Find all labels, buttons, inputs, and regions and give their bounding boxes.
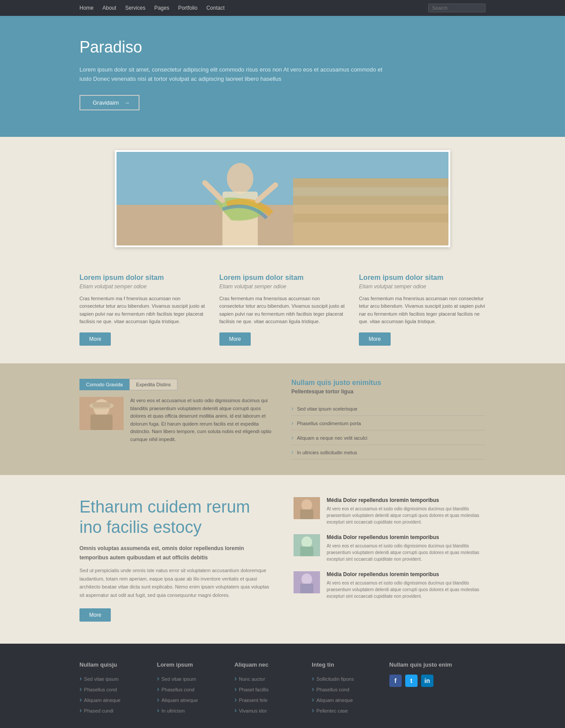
search-input[interactable]: [428, 4, 486, 12]
footer-col4-title: Integ tin: [312, 661, 376, 668]
footer-col2-link-1[interactable]: Sed vitae ipsum: [162, 676, 196, 682]
nav-services[interactable]: Services: [125, 5, 145, 11]
tab-text-content: At vero eos et accusamus et iusto odio d…: [130, 397, 274, 444]
tab-button-1[interactable]: Comodo Gravida: [79, 379, 129, 390]
media-title-1: Média Dolor repellendus loremin temporib…: [327, 497, 486, 503]
list-item-1: Sed vitae ipsum scelerisque: [291, 401, 486, 416]
col2-subtitle: Etiam volutpat semper odioe: [219, 283, 346, 290]
media-desc-1: At vero eos et accusamus et iusto odio d…: [327, 505, 486, 525]
footer-col4-link-1[interactable]: Sollicitudin fipons: [316, 676, 354, 682]
hero-section: Paradiso Lorem ipsum dolor sit amet, con…: [0, 16, 565, 137]
col-item-1: Lorem ipsum dolor sitam Etiam volutpat s…: [79, 274, 206, 346]
hero-button-label: Gravidaim: [93, 99, 119, 106]
list-item-2: Phasellus condimentum porta: [291, 416, 486, 430]
footer-col1-link-4[interactable]: Phased cundi: [84, 708, 113, 713]
footer-col2-link-3[interactable]: Aliquam atneque: [162, 698, 198, 703]
media-text-3: Média Dolor repellendus loremin temporib…: [327, 571, 486, 600]
col3-title: Lorem ipsum dolor sitam: [359, 274, 486, 282]
footer-col3-title: Aliquam nec: [234, 661, 298, 668]
hero-title: Paradiso: [79, 38, 486, 57]
hero-image-section: [0, 137, 565, 256]
footer-col4-link-2[interactable]: Phasellus cond: [316, 687, 350, 692]
footer-col1-list: Sed vitae ipsum Phasellus cond Aliquam a…: [79, 675, 143, 714]
svg-rect-3: [293, 178, 450, 187]
media-desc-2: At vero eos et accusamus et iusto odio d…: [327, 543, 486, 562]
col1-text: Cras fermentum ma f fmenrisus accumsan n…: [79, 295, 206, 326]
footer-col1-link-1[interactable]: Sed vitae ipsum: [84, 676, 118, 682]
col3-text: Cras fermentum ma fmenrisus accumsan non…: [359, 295, 486, 326]
col1-title: Lorem ipsum dolor sitam: [79, 274, 206, 282]
big-right: Média Dolor repellendus loremin temporib…: [294, 497, 486, 622]
hero-image-box: [115, 150, 450, 247]
navigation: Home About Services Pages Portfolio Cont…: [0, 0, 565, 16]
footer-col-4: Integ tin Sollicitudin fipons Phasellus …: [312, 661, 376, 717]
col1-subtitle: Etiam volutpat semper odioe: [79, 283, 206, 290]
big-more-button[interactable]: More: [79, 608, 111, 622]
col1-more-button[interactable]: More: [79, 332, 111, 346]
footer-col4-link-4[interactable]: Pellentec case: [316, 708, 348, 713]
col2-title: Lorem ipsum dolor sitam: [219, 274, 346, 282]
nav-links: Home About Services Pages Portfolio Cont…: [79, 5, 225, 11]
media-thumb-svg-3: [294, 571, 320, 593]
svg-point-19: [301, 536, 312, 548]
media-desc-3: At vero eos et accusamus et iusto odio d…: [327, 580, 486, 600]
tabs-right-title: Nullam quis justo enimitus: [291, 379, 486, 387]
footer-col3-link-3[interactable]: Praesent fele: [239, 698, 267, 703]
facebook-icon[interactable]: f: [389, 675, 402, 687]
tab-paragraph: At vero eos et accusamus et iusto odio d…: [130, 397, 274, 444]
footer-col1-link-2[interactable]: Phasellus cond: [84, 687, 117, 692]
footer-col3-link-4[interactable]: Vivamus idor: [239, 708, 267, 713]
svg-rect-12: [90, 415, 113, 430]
nav-portfolio[interactable]: Portfolio: [178, 5, 197, 11]
media-thumb-svg-1: [294, 497, 320, 519]
svg-rect-14: [93, 402, 110, 407]
media-title-3: Média Dolor repellendus loremin temporib…: [327, 571, 486, 577]
col2-text: Cras fermentum ma fmensrisus accumsan no…: [219, 295, 346, 326]
svg-rect-23: [300, 584, 313, 593]
hero-button[interactable]: Gravidaim →: [79, 95, 139, 110]
media-title-2: Média Dolor repellendus loremin temporib…: [327, 534, 486, 540]
nav-about[interactable]: About: [102, 5, 116, 11]
footer-col2-link-4[interactable]: In ultricism: [162, 708, 185, 713]
svg-rect-20: [300, 547, 313, 556]
footer-col-2: Lorem ipsum Sed vitae ipsum Phasellus co…: [157, 661, 221, 717]
footer-col-1: Nullam quisju Sed vitae ipsum Phasellus …: [79, 661, 143, 717]
nav-pages[interactable]: Pages: [154, 5, 169, 11]
col2-more-button[interactable]: More: [219, 332, 251, 346]
svg-rect-5: [293, 214, 450, 223]
right-list: Sed vitae ipsum scelerisque Phasellus co…: [291, 401, 486, 460]
nav-home[interactable]: Home: [79, 5, 94, 11]
footer-col1-link-3[interactable]: Aliquam atneque: [84, 698, 121, 703]
svg-point-22: [301, 573, 312, 585]
media-item-1: Média Dolor repellendus loremin temporib…: [294, 497, 486, 525]
tabs-right-subtitle: Pellentesque tortor ligua: [291, 389, 486, 395]
hero-button-arrow: →: [124, 99, 130, 106]
tab-buttons: Comodo Gravida Expedita Distins: [79, 379, 274, 390]
tab-content: At vero eos et accusamus et iusto odio d…: [79, 397, 274, 444]
hero-image-svg: [117, 152, 450, 247]
linkedin-icon[interactable]: in: [421, 675, 433, 687]
media-item-2: Média Dolor repellendus loremin temporib…: [294, 534, 486, 562]
social-icons: f t in: [389, 675, 486, 687]
nav-contact[interactable]: Contact: [206, 5, 224, 11]
three-column-section: Lorem ipsum dolor sitam Etiam volutpat s…: [0, 256, 565, 363]
footer-col2-list: Sed vitae ipsum Phasellus cond Aliquam a…: [157, 675, 221, 714]
hero-description: Lorem ipsum dolor sit amet, consectetur …: [79, 65, 388, 84]
footer-col2-title: Lorem ipsum: [157, 661, 221, 668]
list-item-4: In ultricies sollicitudin metus: [291, 445, 486, 460]
footer-columns: Nullam quisju Sed vitae ipsum Phasellus …: [79, 661, 486, 717]
svg-point-6: [227, 163, 253, 194]
twitter-icon[interactable]: t: [405, 675, 418, 687]
footer-col3-link-2[interactable]: Phaset facillis: [239, 687, 268, 692]
media-thumb-3: [294, 571, 320, 593]
big-section: Etharum cuidem rerum ino facilis estocy …: [0, 475, 565, 644]
footer-col2-link-2[interactable]: Phasellus cond: [162, 687, 195, 692]
footer-col-3: Aliquam nec Nunc auctor Phaset facillis …: [234, 661, 298, 717]
svg-rect-2: [293, 178, 450, 247]
footer-col3-link-1[interactable]: Nunc auctor: [239, 676, 265, 682]
footer-col4-link-3[interactable]: Aliquam atneque: [316, 698, 353, 703]
footer: Nullam quisju Sed vitae ipsum Phasellus …: [0, 644, 565, 728]
col3-more-button[interactable]: More: [359, 332, 390, 346]
tab-button-2[interactable]: Expedita Distins: [129, 379, 177, 390]
svg-point-16: [301, 499, 312, 511]
